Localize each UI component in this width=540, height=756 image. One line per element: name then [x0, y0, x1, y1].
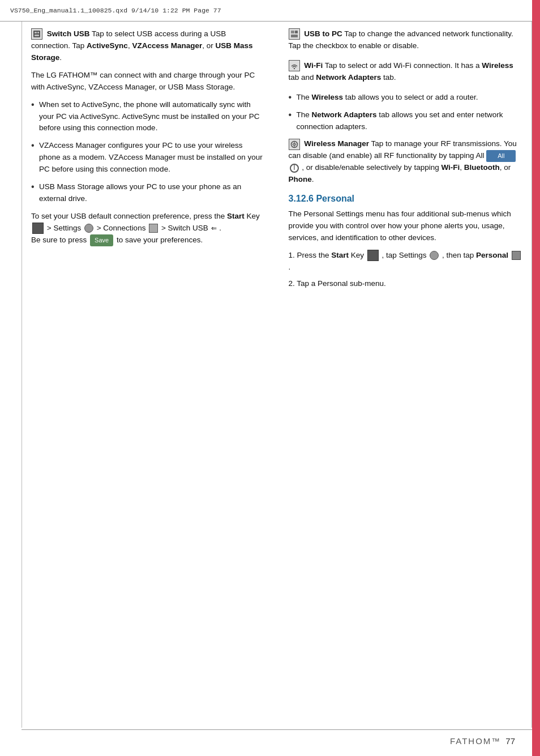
save-button-indicator: Save: [90, 234, 113, 246]
left-column: Switch USB Tap to select USB access duri…: [31, 28, 271, 722]
be-sure-text: Be sure to press: [31, 236, 89, 244]
wifi-icon: [289, 60, 300, 71]
numbered-item-2: 2. Tap a Personal sub-menu.: [289, 278, 524, 290]
right-column: USB to PC Tap to change the advanced net…: [284, 28, 524, 722]
footer-page-number: 77: [505, 736, 515, 746]
usb-bullet-list: When set to ActiveSync, the phone will a…: [31, 99, 266, 205]
svg-rect-4: [291, 31, 294, 33]
power-icon: [290, 164, 299, 173]
pink-accent-bar: [532, 0, 540, 756]
margin-line-right: [532, 22, 532, 728]
list-item: USB Mass Storage allows your PC to use y…: [31, 181, 266, 205]
then-tap-personal-text: , then tap Personal: [442, 251, 508, 259]
start-key-icon-2: [367, 250, 379, 261]
switch-usb-intro: Switch USB Tap to select USB access duri…: [31, 28, 266, 64]
usb-pc-svg: [290, 30, 298, 38]
usb-to-pc-term: USB to PC: [304, 29, 342, 38]
settings-gear-icon-2: [430, 251, 439, 260]
svg-rect-1: [35, 32, 37, 33]
header-text: VS750_Eng_manual1.1_100825.qxd 9/14/10 1…: [10, 7, 221, 14]
start-key-bold: Start: [227, 212, 245, 220]
list-item: The Network Adapters tab allows you set …: [289, 109, 524, 133]
svg-rect-2: [37, 32, 39, 33]
footer: FATHOM™ 77: [0, 736, 532, 746]
lg-fathom-connect-text: The LG FATHOM™ can connect with and char…: [31, 70, 266, 93]
wifi-term: Wi-Fi: [304, 61, 323, 70]
numbered-list: 1. Press the Start Key , tap Settings , …: [289, 250, 524, 290]
personal-section: 3.12.6 Personal The Personal Settings me…: [289, 194, 524, 290]
personal-intro-text: The Personal Settings menu has four addi…: [289, 208, 524, 244]
tap-personal-text: Tap a Personal sub-menu.: [297, 279, 386, 288]
num-2: 2.: [289, 279, 295, 288]
wireless-manager-text2: , or disable/enable selectively by tappi…: [289, 163, 511, 183]
main-content: Switch USB Tap to select USB access duri…: [31, 28, 523, 722]
switch-usb-section: Switch USB Tap to select USB access duri…: [31, 28, 266, 246]
list-item: When set to ActiveSync, the phone will a…: [31, 99, 266, 135]
wifi-bullet-list: The Wireless tab allows you to select or…: [289, 92, 524, 133]
wireless-manager-icon: [289, 139, 300, 150]
personal-icon: [512, 251, 521, 260]
num-1: 1.: [289, 251, 295, 259]
footer-line: [22, 729, 532, 730]
usb-default-text1: To set your USB default connection prefe…: [31, 212, 227, 220]
press-text: Press the Start Key: [297, 251, 366, 259]
settings-arrow: > Settings: [47, 224, 83, 232]
usb-to-pc-section: USB to PC Tap to change the advanced net…: [289, 28, 524, 52]
svg-rect-3: [35, 35, 39, 36]
wifi-svg: [290, 62, 298, 70]
usb-svg: [33, 30, 41, 38]
wifi-para: Wi-Fi Tap to select or add Wi-Fi connect…: [289, 60, 524, 84]
wireless-manager-svg: [290, 140, 298, 148]
wireless-manager-section: Wireless Manager Tap to manage your RF t…: [289, 138, 524, 186]
connections-arrow: > Connections: [97, 224, 146, 232]
period-2: .: [289, 263, 291, 271]
wifi-section: Wi-Fi Tap to select or add Wi-Fi connect…: [289, 60, 524, 84]
connections-icon: [149, 224, 158, 233]
period-text: .: [219, 224, 221, 232]
numbered-item-1: 1. Press the Start Key , tap Settings , …: [289, 250, 524, 274]
start-key-icon: [32, 223, 44, 234]
switch-usb-icon: [31, 28, 42, 40]
list-item: VZAccess Manager configures your PC to u…: [31, 140, 266, 176]
personal-section-heading: 3.12.6 Personal: [289, 194, 524, 204]
all-bar-indicator: All: [486, 150, 516, 162]
switchusb-text: > Switch USB: [161, 224, 211, 232]
switch-usb-arrow-icon: ⇐: [211, 223, 217, 234]
margin-line-left: [22, 22, 22, 728]
svg-rect-0: [33, 31, 40, 37]
usb-to-pc-para: USB to PC Tap to change the advanced net…: [289, 28, 524, 52]
settings-gear-icon: [84, 224, 93, 233]
usb-key-text: Key: [245, 212, 260, 220]
switch-usb-term: Switch USB: [47, 29, 90, 38]
wireless-manager-para: Wireless Manager Tap to manage your RF t…: [289, 138, 524, 186]
tap-settings-text: , tap Settings: [382, 251, 429, 259]
list-item: The Wireless tab allows you to select or…: [289, 92, 524, 104]
wifi-text: Tap to select or add Wi-Fi connection. I…: [289, 61, 513, 82]
wireless-manager-term: Wireless Manager: [304, 139, 369, 148]
header-bar: VS750_Eng_manual1.1_100825.qxd 9/14/10 1…: [0, 0, 540, 22]
usb-default-instructions: To set your USB default connection prefe…: [31, 211, 266, 246]
svg-rect-5: [295, 31, 298, 33]
usb-to-pc-icon: [289, 28, 300, 40]
svg-rect-6: [291, 35, 298, 37]
svg-point-7: [293, 68, 294, 69]
footer-brand: FATHOM™: [450, 736, 501, 746]
save-text-end: to save your preferences.: [117, 236, 203, 244]
